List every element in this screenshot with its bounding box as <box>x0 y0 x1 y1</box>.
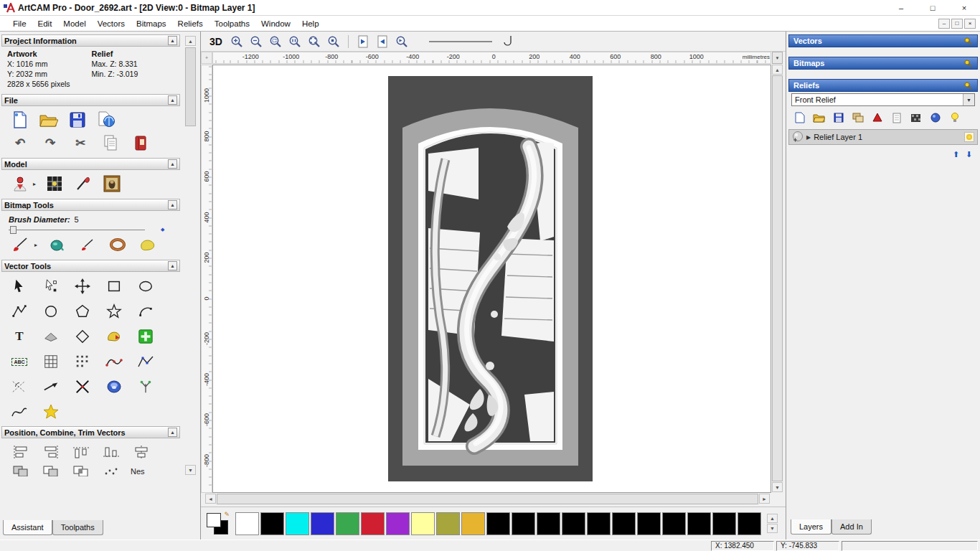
relief-layer-item[interactable]: ▶ Relief Layer 1 <box>788 129 978 145</box>
tab-add-in[interactable]: Add In <box>831 519 872 534</box>
block-paste-tool-icon[interactable] <box>135 326 156 347</box>
create-circle-tool-icon[interactable] <box>40 301 62 321</box>
menu-item[interactable]: Vectors <box>92 18 131 29</box>
menu-item[interactable]: Model <box>57 18 91 29</box>
set-model-size-icon[interactable] <box>44 174 65 193</box>
relief-texture-icon[interactable] <box>910 112 922 123</box>
menu-item[interactable]: Bitmaps <box>131 18 172 29</box>
relief-new-icon[interactable] <box>793 112 806 123</box>
relief-save-icon[interactable] <box>832 112 844 123</box>
tab-assistant[interactable]: Assistant <box>3 520 52 535</box>
layer-move-down-button[interactable]: ⬇ <box>963 149 974 160</box>
relief-copy-icon[interactable] <box>852 112 864 123</box>
freehand-curve-tool-icon[interactable] <box>9 402 30 422</box>
export-model-icon[interactable] <box>96 110 116 129</box>
colour-shape-icon[interactable] <box>108 235 128 254</box>
relief-visibility-icon[interactable] <box>948 112 961 123</box>
dropdown-arrow-icon[interactable]: ▼ <box>963 94 974 105</box>
menu-item[interactable]: File <box>7 18 32 29</box>
pin-icon[interactable] <box>963 81 973 90</box>
pin-icon[interactable] <box>963 37 973 46</box>
wrap-text-tool-icon[interactable] <box>40 326 62 347</box>
line-width-preview[interactable] <box>429 36 494 47</box>
collapse-section-button[interactable]: ▲ <box>168 159 177 169</box>
bitmaps-panel-header[interactable]: Bitmaps <box>788 57 978 70</box>
create-diamond-tool-icon[interactable] <box>72 326 93 347</box>
paste-notes-icon[interactable] <box>131 133 151 152</box>
star-wizard-tool-icon[interactable] <box>40 402 62 422</box>
palette-swatch[interactable] <box>461 512 485 535</box>
scroll-left-arrow[interactable]: ◄ <box>205 494 216 504</box>
palette-swatch[interactable] <box>336 512 359 535</box>
collapse-section-button[interactable]: ▲ <box>168 200 177 209</box>
layer-thumbnail-icon[interactable] <box>792 131 804 143</box>
scroll-thumb[interactable] <box>185 47 196 126</box>
palette-swatch[interactable] <box>612 512 636 535</box>
next-view-icon[interactable] <box>374 34 390 50</box>
paint-selective-icon[interactable] <box>77 235 98 254</box>
relief-selector-dropdown[interactable]: Front Relief ▼ <box>791 93 975 106</box>
palette-swatch[interactable] <box>286 512 309 535</box>
menu-item[interactable]: Toolpaths <box>209 18 255 29</box>
tab-layers[interactable]: Layers <box>791 519 831 534</box>
vectors-panel-header[interactable]: Vectors <box>788 34 978 47</box>
flyout-arrow-icon[interactable]: ▸ <box>33 181 36 187</box>
pin-icon[interactable] <box>963 59 973 68</box>
create-star-tool-icon[interactable] <box>103 301 125 321</box>
zoom-in-icon[interactable] <box>229 34 245 50</box>
reliefs-panel-header[interactable]: Reliefs <box>788 79 978 92</box>
zoom-object-icon[interactable] <box>326 34 341 50</box>
tab-toolpaths[interactable]: Toolpaths <box>52 520 103 535</box>
layer-move-up-button[interactable]: ⬆ <box>951 149 961 160</box>
load-picture-icon[interactable] <box>102 174 122 193</box>
palette-swatch[interactable] <box>587 512 611 535</box>
relief-sphere-icon[interactable] <box>929 112 941 123</box>
collapse-section-button[interactable]: ▲ <box>168 261 177 270</box>
combine-subtract-icon[interactable] <box>40 463 62 476</box>
zoom-fit-icon[interactable] <box>306 34 322 50</box>
doc-restore-button[interactable]: □ <box>951 19 963 29</box>
collapse-section-button[interactable]: ▲ <box>168 36 177 45</box>
combine-union-icon[interactable] <box>10 463 32 476</box>
collapse-section-button[interactable]: ▲ <box>168 95 177 105</box>
primary-secondary-colour-swatch[interactable]: ✎ <box>207 513 228 534</box>
relief-open-icon[interactable] <box>813 112 825 123</box>
fit-curve-tool-icon[interactable] <box>135 377 156 397</box>
palette-swatch[interactable] <box>512 512 535 535</box>
scroll-thumb[interactable] <box>772 75 783 481</box>
create-polygon-tool-icon[interactable] <box>72 301 93 321</box>
scroll-up-arrow[interactable]: ▲ <box>772 65 783 75</box>
drawing-canvas[interactable] <box>212 65 771 493</box>
new-model-icon[interactable] <box>10 110 30 129</box>
palette-swatch[interactable] <box>738 512 761 535</box>
open-model-icon[interactable] <box>39 110 59 129</box>
paint-brush-icon[interactable] <box>10 235 30 254</box>
model-wizard-icon[interactable] <box>10 174 30 193</box>
make-grid-tool-icon[interactable] <box>40 352 62 372</box>
primary-colour[interactable] <box>207 513 221 527</box>
smooth-blob-icon[interactable] <box>138 235 158 254</box>
minimize-button[interactable]: – <box>885 0 917 16</box>
vector-clipart-tool-icon[interactable] <box>103 326 125 347</box>
combine-intersect-icon[interactable] <box>70 463 92 476</box>
save-model-icon[interactable] <box>67 110 88 129</box>
measure-tool-icon[interactable] <box>135 352 156 372</box>
brush-diameter-slider[interactable] <box>9 230 145 230</box>
layer-name[interactable]: Relief Layer 1 <box>814 133 862 141</box>
align-left-icon[interactable] <box>10 442 32 462</box>
menu-item[interactable]: Window <box>255 18 296 29</box>
previous-view-icon[interactable] <box>355 34 371 50</box>
palette-swatch[interactable] <box>361 512 385 535</box>
relief-delete-icon[interactable] <box>871 112 883 123</box>
menu-item[interactable]: Edit <box>32 18 58 29</box>
palette-swatch[interactable] <box>637 512 661 535</box>
zoom-previous-icon[interactable] <box>394 34 410 50</box>
ruler-unit-dropdown[interactable]: ▼ <box>772 52 783 64</box>
palette-swatch[interactable] <box>662 512 686 535</box>
assistant-scrollbar[interactable]: ▲ ▼ <box>185 36 196 475</box>
scroll-up-arrow[interactable]: ▲ <box>185 36 196 46</box>
palette-swatch[interactable] <box>311 512 334 535</box>
layer-visibility-icon[interactable] <box>964 132 974 142</box>
palette-swatch[interactable] <box>386 512 410 535</box>
palette-swatch[interactable] <box>260 512 284 535</box>
